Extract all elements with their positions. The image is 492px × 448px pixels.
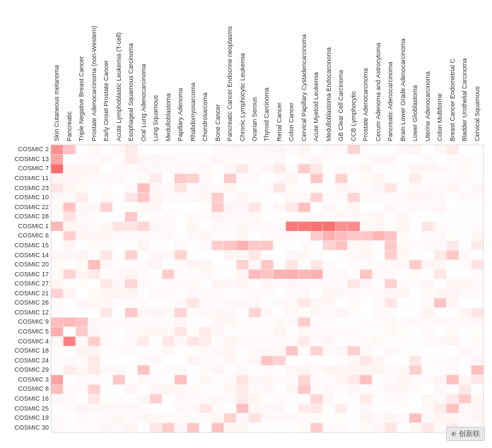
watermark-text: ⊕ 创新联 <box>451 430 480 437</box>
watermark: ⊕ 创新联 <box>446 427 485 441</box>
heatmap-canvas <box>0 0 492 448</box>
chart-container: ⊕ 创新联 <box>0 0 492 448</box>
